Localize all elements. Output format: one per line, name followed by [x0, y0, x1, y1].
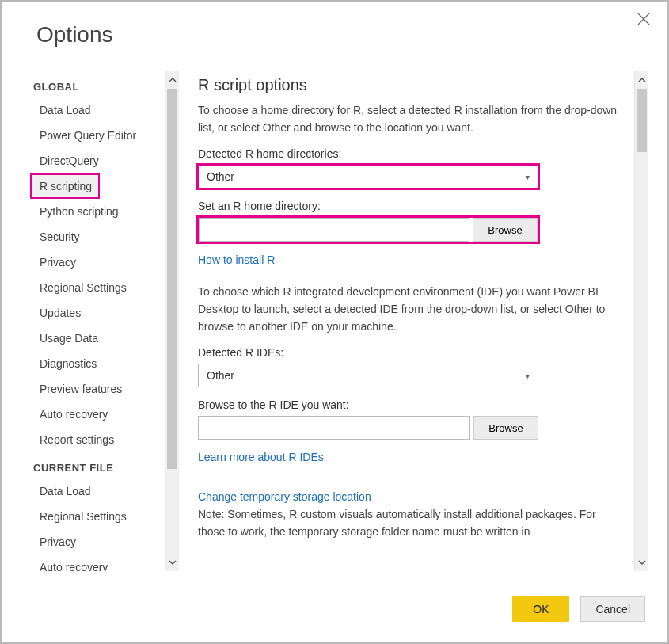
sidebar-item-privacy[interactable]: Privacy — [30, 250, 165, 275]
ide-intro-text: To choose which R integrated development… — [198, 284, 623, 335]
detected-r-ides-label: Detected R IDEs: — [198, 346, 623, 359]
sidebar-section-global: GLOBAL — [30, 71, 165, 97]
sidebar-item-preview-features[interactable]: Preview features — [30, 376, 165, 402]
detected-r-ides-dropdown[interactable]: Other ▾ — [198, 364, 538, 387]
chevron-up-icon[interactable] — [635, 71, 648, 89]
sidebar-item-data-load[interactable]: Data Load — [30, 97, 165, 123]
sidebar-item-updates[interactable]: Updates — [30, 300, 165, 326]
main-scrollbar[interactable] — [634, 71, 648, 571]
sidebar-item-usage-data[interactable]: Usage Data — [30, 326, 165, 351]
section-title: R script options — [198, 76, 623, 94]
sidebar-item-report-settings[interactable]: Report settings — [30, 427, 165, 452]
sidebar-item-directquery[interactable]: DirectQuery — [30, 148, 165, 173]
temp-storage-note: Note: Sometimes, R custom visuals automa… — [198, 506, 623, 540]
chevron-down-icon[interactable] — [635, 554, 648, 571]
sidebar-item-python-scripting[interactable]: Python scripting — [30, 199, 165, 224]
intro-text: To choose a home directory for R, select… — [198, 102, 623, 136]
scrollbar-thumb[interactable] — [167, 89, 177, 469]
learn-more-r-ides-link[interactable]: Learn more about R IDEs — [198, 451, 324, 463]
chevron-down-icon[interactable] — [165, 554, 179, 571]
sidebar-item-r-scripting[interactable]: R scripting — [30, 173, 100, 199]
close-icon[interactable] — [637, 13, 653, 29]
scrollbar-thumb[interactable] — [637, 89, 647, 152]
browse-r-ide-button[interactable]: Browse — [473, 416, 538, 440]
sidebar-item-power-query-editor[interactable]: Power Query Editor — [30, 123, 165, 148]
main-panel: R script options To choose a home direct… — [179, 71, 634, 571]
sidebar: GLOBAL Data Load Power Query Editor Dire… — [30, 71, 165, 571]
sidebar-item-cf-privacy[interactable]: Privacy — [30, 529, 165, 554]
sidebar-item-diagnostics[interactable]: Diagnostics — [30, 351, 165, 376]
chevron-down-icon: ▾ — [526, 372, 530, 380]
sidebar-item-auto-recovery[interactable]: Auto recovery — [30, 402, 165, 427]
detected-r-home-value: Other — [207, 170, 234, 183]
detected-r-home-dropdown[interactable]: Other ▾ — [198, 165, 538, 189]
sidebar-item-security[interactable]: Security — [30, 224, 165, 250]
cancel-button[interactable]: Cancel — [580, 596, 645, 622]
browse-r-home-button[interactable]: Browse — [473, 218, 538, 242]
dialog-title: Options — [2, 2, 667, 48]
sidebar-item-cf-auto-recovery[interactable]: Auto recovery — [30, 554, 165, 571]
set-r-home-label: Set an R home directory: — [198, 200, 623, 212]
r-ide-path-input[interactable] — [198, 416, 470, 440]
browse-r-ide-label: Browse to the R IDE you want: — [198, 398, 623, 411]
detected-r-home-label: Detected R home directories: — [198, 147, 623, 160]
sidebar-scrollbar[interactable] — [165, 71, 179, 571]
sidebar-section-current-file: CURRENT FILE — [30, 452, 165, 478]
chevron-up-icon[interactable] — [165, 71, 179, 89]
change-temp-storage-link[interactable]: Change temporary storage location — [198, 490, 371, 503]
r-home-directory-input[interactable] — [199, 218, 469, 242]
sidebar-item-regional-settings[interactable]: Regional Settings — [30, 275, 165, 300]
sidebar-item-cf-data-load[interactable]: Data Load — [30, 478, 165, 504]
detected-r-ides-value: Other — [207, 369, 234, 382]
chevron-down-icon: ▾ — [526, 173, 530, 181]
sidebar-item-cf-regional-settings[interactable]: Regional Settings — [30, 504, 165, 529]
how-to-install-r-link[interactable]: How to install R — [198, 253, 275, 266]
ok-button[interactable]: OK — [512, 596, 569, 622]
